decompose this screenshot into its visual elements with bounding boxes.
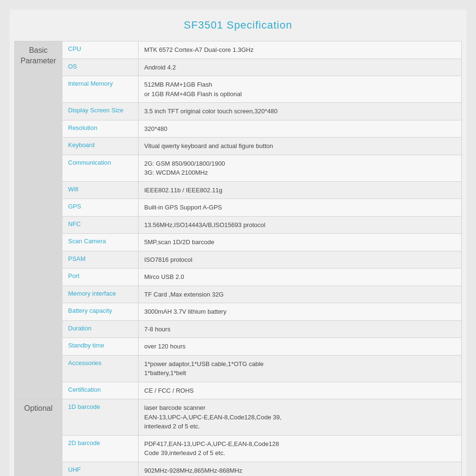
spec-value: CE / FCC / ROHS	[139, 382, 462, 399]
table-row: KeyboardVitual qwerty keyboard and actua…	[15, 138, 462, 155]
spec-value: Built-in GPS Support A-GPS	[139, 199, 462, 217]
spec-label: Keyboard	[62, 138, 139, 155]
table-row: Accessories1*power adaptor,1*USB cable,1…	[15, 355, 462, 382]
spec-label: Internal Memory	[62, 76, 139, 103]
spec-value: 3.5 inch TFT original color touch screen…	[139, 103, 462, 120]
spec-value: 5MP,scan 1D/2D barcode	[139, 234, 462, 251]
spec-label: Memory interface	[62, 286, 139, 303]
spec-value: laser barcode scanner EAN-13,UPC-A,UPC-E…	[139, 399, 462, 436]
category-cell: Optional	[15, 399, 62, 476]
spec-label: Certification	[62, 382, 139, 399]
spec-label: Communication	[62, 155, 139, 181]
table-row: UHF902MHz-928MHz,865MHz-868MHz Distance:…	[15, 462, 462, 476]
spec-label: CPU	[62, 41, 139, 59]
table-row: Internal Memory512MB RAM+1GB Flash or 1G…	[15, 76, 462, 103]
page-title: SF3501 Specification	[14, 19, 462, 31]
spec-label: GPS	[62, 199, 139, 217]
spec-label: Scan Camera	[62, 234, 139, 251]
page-wrapper: SF3501 Specification Basic ParameterCPUM…	[10, 10, 466, 476]
spec-label: NFC	[62, 216, 139, 234]
table-row: PSAMISO7816 protocol	[15, 251, 462, 268]
spec-table: Basic ParameterCPUMTK 6572 Cortex-A7 Dua…	[14, 41, 462, 476]
spec-label: Display Screen Size	[62, 103, 139, 120]
table-row: PortMirco USB 2.0	[15, 268, 462, 286]
spec-value: 7-8 hours	[139, 320, 462, 338]
spec-label: Port	[62, 268, 139, 286]
spec-label: Standby time	[62, 338, 139, 356]
spec-value: ISO7816 protocol	[139, 251, 462, 268]
spec-label: OS	[62, 59, 139, 76]
spec-value: 2G: GSM 850/900/1800/1900 3G: WCDMA 2100…	[139, 155, 462, 181]
spec-value: 1*power adaptor,1*USB cable,1*OTG cable …	[139, 355, 462, 382]
spec-label: Wifi	[62, 181, 139, 199]
table-row: Communication2G: GSM 850/900/1800/1900 3…	[15, 155, 462, 181]
table-row: Duration7-8 hours	[15, 320, 462, 338]
table-row: Standby timeover 120 hours	[15, 338, 462, 356]
spec-label: 2D barcode	[62, 435, 139, 462]
spec-label: UHF	[62, 462, 139, 476]
spec-label: Battery capacity	[62, 303, 139, 321]
table-row: Display Screen Size3.5 inch TFT original…	[15, 103, 462, 120]
table-row: NFC13.56MHz,ISO14443A/B,ISO15693 protoco…	[15, 216, 462, 234]
table-row: OSAndroid 4.2	[15, 59, 462, 76]
table-row: CertificationCE / FCC / ROHS	[15, 382, 462, 399]
table-row: GPSBuilt-in GPS Support A-GPS	[15, 199, 462, 217]
spec-label: Accessories	[62, 355, 139, 382]
table-row: WifiIEEE802.11b / IEEE802.11g	[15, 181, 462, 199]
table-row: Resolution320*480	[15, 120, 462, 138]
table-row: Memory interfaceTF Card ,Max extension 3…	[15, 286, 462, 303]
spec-value: MTK 6572 Cortex-A7 Dual-core 1.3GHz	[139, 41, 462, 59]
spec-value: Android 4.2	[139, 59, 462, 76]
spec-label: PSAM	[62, 251, 139, 268]
table-row: 2D barcodePDF417,EAN-13,UPC-A,UPC-E,EAN-…	[15, 435, 462, 462]
spec-value: 320*480	[139, 120, 462, 138]
spec-value: 902MHz-928MHz,865MHz-868MHz Distance:2-3…	[139, 462, 462, 476]
table-row: Battery capacity3000mAH 3.7V lithium bat…	[15, 303, 462, 321]
spec-label: Duration	[62, 320, 139, 338]
spec-value: 3000mAH 3.7V lithium battery	[139, 303, 462, 321]
spec-value: PDF417,EAN-13,UPC-A,UPC-E,EAN-8,Code128 …	[139, 435, 462, 462]
table-row: Scan Camera5MP,scan 1D/2D barcode	[15, 234, 462, 251]
table-row: Optional1D barcodelaser barcode scanner …	[15, 399, 462, 436]
spec-label: Resolution	[62, 120, 139, 138]
spec-value: 13.56MHz,ISO14443A/B,ISO15693 protocol	[139, 216, 462, 234]
spec-value: over 120 hours	[139, 338, 462, 356]
table-row: Basic ParameterCPUMTK 6572 Cortex-A7 Dua…	[15, 41, 462, 59]
spec-label: 1D barcode	[62, 399, 139, 436]
spec-value: IEEE802.11b / IEEE802.11g	[139, 181, 462, 199]
spec-value: TF Card ,Max extension 32G	[139, 286, 462, 303]
spec-value: Mirco USB 2.0	[139, 268, 462, 286]
spec-value: 512MB RAM+1GB Flash or 1GB RAM+4GB Flash…	[139, 76, 462, 103]
spec-value: Vitual qwerty keyboard and actual figure…	[139, 138, 462, 155]
category-cell: Basic Parameter	[15, 41, 62, 399]
